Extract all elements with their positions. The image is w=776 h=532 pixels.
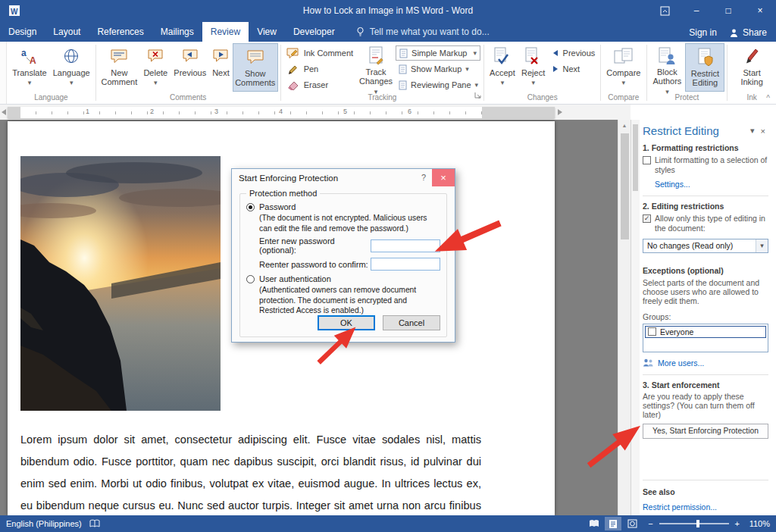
close-button[interactable]: × (744, 0, 776, 21)
block-authors-button[interactable]: Block Authors ▾ (649, 43, 685, 92)
group-label-changes: Changes (484, 93, 600, 104)
tab-developer[interactable]: Developer (285, 22, 343, 42)
proofing-book-icon[interactable] (89, 519, 100, 528)
reject-button[interactable]: Reject ▾ (518, 43, 549, 92)
next-comment-button[interactable]: Next (209, 43, 233, 92)
minimize-button[interactable]: – (681, 0, 712, 21)
start-inking-button[interactable]: Start Inking (730, 43, 774, 92)
tab-mailings[interactable]: Mailings (152, 22, 202, 42)
ruler-number: 2 (150, 108, 154, 115)
dialog-title-bar[interactable]: Start Enforcing Protection ? × (232, 169, 455, 187)
start-inking-icon (743, 45, 760, 67)
dialog-close-button[interactable]: × (432, 169, 455, 186)
ruler-left-indent-marker[interactable] (2, 109, 6, 115)
compare-button[interactable]: Compare▾ (603, 43, 643, 92)
ribbon-display-options-button[interactable] (649, 0, 681, 21)
show-markup-button[interactable]: Show Markup ▾ (396, 61, 481, 77)
dropdown-arrow-icon: ▾ (756, 239, 768, 252)
tell-me-box[interactable]: Tell me what you want to do... (355, 27, 490, 42)
tab-review[interactable]: Review (202, 22, 249, 42)
scrollbar-thumb[interactable] (621, 133, 629, 239)
tab-view[interactable]: View (249, 22, 285, 42)
ruler-number: 1 (86, 108, 89, 115)
yes-start-enforcing-protection-button[interactable]: Yes, Start Enforcing Protection (643, 424, 768, 439)
pane-scrollbar[interactable] (631, 120, 640, 515)
tab-design[interactable]: Design (0, 22, 45, 42)
sign-in-link[interactable]: Sign in (689, 27, 717, 38)
zoom-slider[interactable] (659, 523, 729, 524)
ruler: 1 2 3 4 5 6 (0, 105, 630, 120)
read-mode-view-button[interactable] (586, 517, 602, 530)
reject-icon (524, 45, 543, 67)
user-authentication-radio[interactable] (246, 275, 255, 283)
pen-button[interactable]: Pen (283, 61, 356, 77)
reviewing-pane-icon (399, 80, 407, 90)
user-authentication-radio-label: User authentication (259, 274, 331, 283)
share-button[interactable]: Share (729, 27, 767, 38)
previous-comment-button[interactable]: Previous (171, 43, 209, 92)
allow-editing-checkbox[interactable]: ✓ (643, 214, 651, 223)
translate-button[interactable]: aA Translate▾ (9, 43, 49, 92)
document-image-sunset-cliff[interactable] (20, 156, 221, 411)
ribbon-group-changes: Accept ▾ Reject ▾ Previous Next (484, 42, 600, 104)
password-radio-label: Password (259, 202, 296, 211)
ruler-number: 4 (279, 108, 283, 115)
language-status[interactable]: English (Philippines) (6, 519, 82, 528)
groups-listbox[interactable]: Everyone (643, 324, 768, 352)
next-change-button[interactable]: Next (549, 61, 599, 77)
previous-change-button[interactable]: Previous (549, 45, 599, 61)
more-users-link[interactable]: More users... (658, 358, 704, 368)
status-bar: English (Philippines) − + 110% (0, 515, 776, 532)
pane-close-button[interactable]: × (758, 127, 768, 136)
ribbon-group-tracking: Ink Comment Pen Eraser Track Cha (281, 42, 483, 104)
tab-layout[interactable]: Layout (45, 22, 89, 42)
zoom-slider-thumb[interactable] (696, 520, 699, 527)
accept-button[interactable]: Accept ▾ (487, 43, 518, 92)
web-layout-view-button[interactable] (624, 517, 640, 530)
zoom-level[interactable]: 110% (746, 519, 770, 528)
ruler-right-indent-marker[interactable] (558, 109, 562, 115)
word-window: W How to Lock an Image in MS Word - Word… (0, 0, 776, 532)
new-comment-button[interactable]: New Comment (99, 43, 141, 92)
confirm-password-input[interactable] (371, 258, 440, 271)
settings-link[interactable]: Settings... (655, 180, 768, 189)
ruler-number: 3 (214, 108, 218, 115)
track-changes-button[interactable]: Track Changes ▾ (356, 43, 396, 92)
cancel-button[interactable]: Cancel (383, 315, 440, 330)
dialog-help-button[interactable]: ? (421, 173, 426, 182)
groupbox-legend: Protection method (246, 189, 320, 198)
restore-button[interactable]: □ (712, 0, 744, 21)
ink-comment-button[interactable]: Ink Comment (283, 45, 356, 61)
reviewing-pane-button[interactable]: Reviewing Pane ▾ (396, 77, 481, 92)
delete-comment-button[interactable]: Delete ▾ (140, 43, 171, 92)
pane-options-button[interactable]: ▾ (747, 126, 758, 136)
confirm-password-label: Reenter password to confirm: (259, 260, 368, 269)
pane-scrollbar-thumb[interactable] (633, 124, 638, 191)
limit-formatting-checkbox[interactable] (643, 156, 651, 164)
restrict-editing-icon (696, 46, 714, 67)
restrict-editing-button[interactable]: Restrict Editing (685, 43, 724, 92)
password-radio[interactable] (246, 203, 255, 211)
collapse-ribbon-button[interactable]: ^ (766, 94, 770, 102)
svg-text:W: W (11, 8, 18, 16)
language-button[interactable]: Language▾ (50, 43, 93, 92)
svg-text:A: A (30, 55, 36, 66)
restrict-permission-link[interactable]: Restrict permission... (643, 502, 768, 512)
zoom-in-button[interactable]: + (735, 519, 740, 528)
markup-mode-dropdown[interactable]: Simple Markup ▾ (396, 45, 480, 61)
svg-text:a: a (21, 48, 27, 58)
tracking-dialog-launcher[interactable] (474, 91, 482, 102)
show-markup-icon (399, 64, 407, 74)
everyone-list-item[interactable]: Everyone (645, 326, 766, 338)
everyone-checkbox[interactable] (648, 327, 656, 336)
print-layout-view-button[interactable] (605, 517, 621, 530)
ink-comment-icon (286, 48, 300, 59)
zoom-out-button[interactable]: − (648, 519, 652, 528)
show-comments-button[interactable]: Show Comments (233, 43, 278, 92)
scroll-up-arrow[interactable]: ▲ (618, 120, 630, 131)
tab-references[interactable]: References (89, 22, 152, 42)
eraser-button[interactable]: Eraser (283, 77, 356, 92)
editing-type-dropdown[interactable]: No changes (Read only) ▾ (643, 239, 768, 253)
group-label-tracking: Tracking (281, 93, 483, 104)
password-note: (The document is not encrypted. Maliciou… (259, 213, 440, 233)
